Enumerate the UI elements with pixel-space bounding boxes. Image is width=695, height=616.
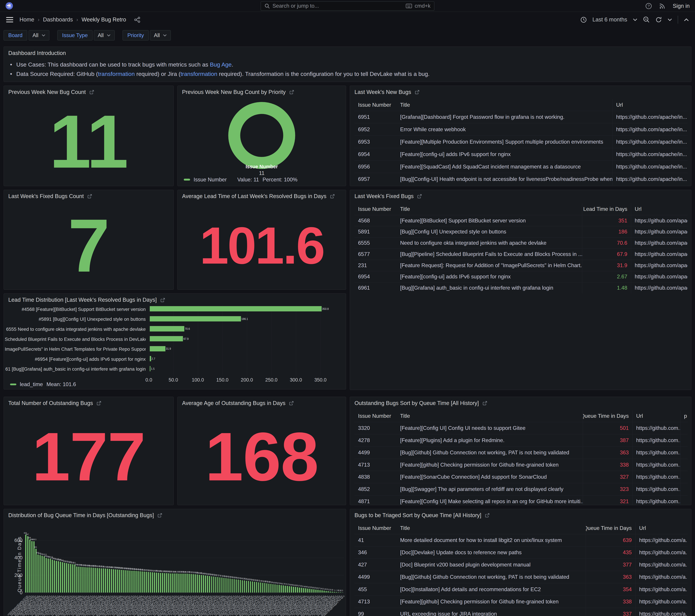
lead-time-legend[interactable]: lead_time Mean: 101.6: [10, 381, 76, 388]
queue-time-bar[interactable]: [250, 581, 251, 593]
issue-url-link[interactable]: https://github.com/apache/in...: [612, 136, 688, 148]
queue-time-bar[interactable]: [293, 587, 294, 593]
external-link-icon[interactable]: [97, 401, 101, 406]
queue-time-bar[interactable]: [99, 568, 100, 593]
queue-time-bar[interactable]: [307, 588, 308, 593]
queue-time-bar[interactable]: [129, 570, 131, 593]
donut-chart[interactable]: [228, 102, 295, 169]
queue-time-bar[interactable]: [41, 556, 43, 592]
queue-time-bar[interactable]: [92, 568, 94, 593]
queue-time-bar[interactable]: [246, 581, 247, 593]
queue-time-bar[interactable]: [334, 592, 335, 593]
queue-time-bar[interactable]: [135, 571, 137, 592]
queue-time-bar[interactable]: [236, 579, 237, 593]
queue-time-bar[interactable]: [166, 573, 167, 592]
issue-url-link[interactable]: https://github.com...: [632, 434, 680, 446]
queue-time-bar[interactable]: [317, 590, 319, 592]
queue-time-bar[interactable]: [260, 582, 261, 592]
queue-time-bar[interactable]: [274, 584, 276, 593]
queue-time-bar[interactable]: [232, 579, 233, 593]
queue-time-bar[interactable]: [181, 574, 182, 593]
lead-time-bar[interactable]: [150, 326, 184, 331]
queue-time-bar[interactable]: [207, 576, 208, 592]
queue-time-bar[interactable]: [203, 575, 204, 592]
queue-time-bar[interactable]: [50, 559, 51, 592]
column-header[interactable]: Issue Number: [355, 413, 396, 419]
queue-time-bar[interactable]: [179, 574, 180, 593]
queue-time-bar[interactable]: [240, 580, 241, 593]
queue-time-bar[interactable]: [103, 568, 104, 592]
queue-time-bar[interactable]: [150, 572, 151, 592]
queue-time-bar[interactable]: [152, 572, 153, 592]
external-link-icon[interactable]: [289, 90, 294, 95]
column-header[interactable]: Issue Number: [355, 102, 396, 108]
queue-time-bar[interactable]: [256, 582, 257, 592]
queue-time-bar[interactable]: [164, 573, 165, 593]
queue-time-bar[interactable]: [285, 586, 286, 593]
column-header[interactable]: Title: [396, 102, 612, 108]
queue-time-bar[interactable]: [283, 585, 284, 592]
queue-time-bar[interactable]: [160, 573, 161, 593]
issue-url-link[interactable]: https://github.com/a...: [635, 571, 688, 583]
queue-time-bar[interactable]: [127, 570, 129, 593]
queue-time-bar[interactable]: [195, 574, 196, 593]
queue-time-bar[interactable]: [223, 578, 225, 593]
donut-legend[interactable]: Issue Number Value: 11 Percent: 100%: [184, 177, 298, 183]
column-header[interactable]: Url: [631, 203, 688, 215]
queue-time-bar[interactable]: [52, 560, 53, 592]
queue-time-bar[interactable]: [234, 579, 235, 592]
queue-time-bar[interactable]: [311, 589, 312, 593]
queue-time-bar[interactable]: [209, 576, 210, 593]
external-link-icon[interactable]: [89, 90, 94, 95]
queue-time-bar[interactable]: [238, 580, 239, 592]
devlake-logo-icon[interactable]: [5, 2, 13, 10]
lead-time-bar[interactable]: [150, 336, 183, 341]
queue-time-bar[interactable]: [86, 567, 88, 593]
issue-url-link[interactable]: https://github.com/a...: [635, 559, 688, 571]
queue-time-bar[interactable]: [131, 571, 133, 593]
queue-time-bar[interactable]: [141, 571, 143, 592]
column-header[interactable]: Issue Number: [355, 525, 396, 531]
column-header[interactable]: Queue Time in Days: [583, 410, 632, 422]
issue-url-link[interactable]: https://github.com...: [632, 496, 680, 505]
queue-time-bar[interactable]: [58, 561, 59, 592]
queue-time-bar[interactable]: [88, 567, 90, 592]
queue-time-bar[interactable]: [37, 554, 39, 593]
queue-time-bar[interactable]: [201, 575, 202, 593]
queue-time-bar[interactable]: [258, 582, 259, 593]
queue-time-bar[interactable]: [213, 577, 215, 593]
news-rss-icon[interactable]: [659, 3, 665, 10]
column-header[interactable]: Title: [396, 413, 582, 419]
external-link-icon[interactable]: [160, 297, 165, 303]
queue-time-bar[interactable]: [248, 581, 249, 593]
lead-time-bar[interactable]: [150, 316, 241, 322]
queue-time-bar[interactable]: [187, 574, 188, 592]
queue-time-bar[interactable]: [66, 563, 67, 592]
lead-time-bar[interactable]: [150, 346, 165, 352]
queue-time-bar[interactable]: [25, 535, 27, 592]
issue-url-link[interactable]: https://github.com...: [632, 471, 680, 483]
external-link-icon[interactable]: [289, 401, 294, 406]
queue-time-bar[interactable]: [168, 573, 169, 593]
column-header[interactable]: Title: [396, 525, 586, 531]
issue-url-link[interactable]: https://github.com/apache/in...: [612, 148, 688, 160]
queue-time-bar[interactable]: [319, 590, 321, 593]
external-link-icon[interactable]: [330, 194, 335, 199]
queue-time-bar[interactable]: [305, 588, 306, 593]
queue-time-bar[interactable]: [44, 556, 45, 593]
queue-time-bar[interactable]: [297, 587, 298, 593]
issue-url-link[interactable]: https://github.com/apache/in...: [612, 161, 688, 173]
queue-time-bar[interactable]: [287, 586, 288, 592]
queue-time-bar[interactable]: [82, 567, 84, 593]
issue-url-link[interactable]: https://github.com/a...: [635, 534, 688, 546]
queue-time-bar[interactable]: [123, 570, 124, 593]
queue-time-bar-chart[interactable]: 0200400600Queue Time in Days663#3320 [Fe…: [4, 509, 346, 616]
queue-time-bar[interactable]: [54, 560, 55, 593]
filter-issue-type-select[interactable]: All: [94, 30, 115, 40]
column-header[interactable]: Issue Number: [355, 206, 396, 212]
time-range-picker[interactable]: Last 6 months: [592, 17, 627, 23]
queue-time-bar[interactable]: [189, 574, 190, 593]
column-header[interactable]: p: [680, 410, 688, 422]
queue-time-bar[interactable]: [313, 589, 315, 592]
issue-url-link[interactable]: https://github.com/apac: [631, 271, 688, 282]
